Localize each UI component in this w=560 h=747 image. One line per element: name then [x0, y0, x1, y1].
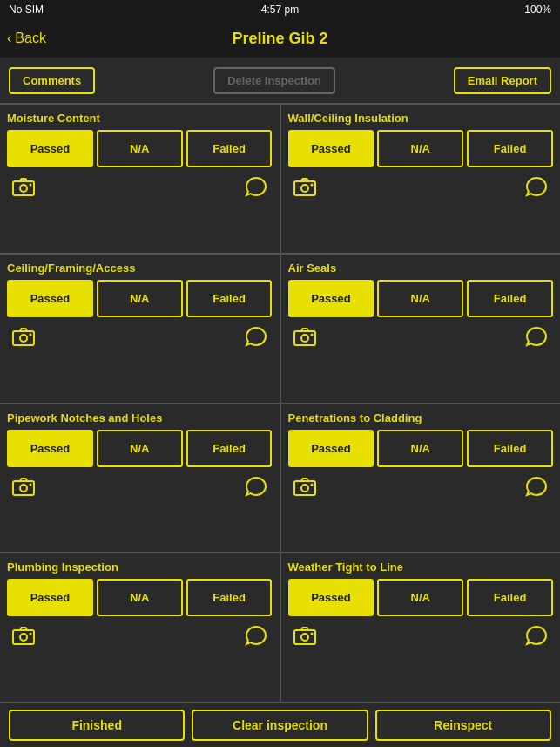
- cell-title-1: Wall/Ceiling Insulation: [288, 112, 554, 125]
- cell-title-4: Pipework Notches and Holes: [7, 411, 273, 424]
- icon-row-2: [7, 323, 273, 357]
- comment-btn-2[interactable]: [243, 324, 269, 353]
- cell-title-2: Ceiling/Framing/Access: [7, 261, 273, 275]
- comment-btn-4[interactable]: [243, 474, 269, 503]
- inspection-cell-3: Air Seals Passed N/A Failed: [281, 255, 561, 403]
- svg-rect-9: [294, 331, 315, 345]
- passed-btn-5[interactable]: Passed: [288, 430, 374, 467]
- svg-point-7: [20, 335, 27, 342]
- camera-btn-5[interactable]: [292, 475, 318, 502]
- carrier-label: No SIM: [9, 3, 44, 16]
- icon-row-3: [288, 323, 554, 357]
- na-btn-4[interactable]: N/A: [97, 430, 183, 467]
- svg-point-8: [30, 333, 32, 336]
- passed-btn-1[interactable]: Passed: [288, 130, 374, 167]
- status-bar: No SIM 4:57 pm 100%: [0, 0, 560, 19]
- email-report-button[interactable]: Email Report: [454, 67, 551, 94]
- comment-btn-5[interactable]: [523, 474, 550, 503]
- svg-rect-21: [294, 630, 315, 644]
- svg-rect-12: [13, 481, 34, 495]
- bottom-bar: Finished Clear inspection Reinspect: [0, 702, 560, 747]
- cell-title-6: Plumbing Inspection: [7, 560, 273, 574]
- reinspect-button[interactable]: Reinspect: [375, 710, 551, 741]
- passed-btn-2[interactable]: Passed: [7, 280, 93, 317]
- camera-btn-0[interactable]: [10, 175, 37, 202]
- icon-row-4: [7, 472, 273, 506]
- comment-btn-6[interactable]: [243, 623, 269, 652]
- icon-row-0: [7, 173, 273, 207]
- svg-point-16: [301, 485, 308, 492]
- comments-button[interactable]: Comments: [9, 67, 95, 94]
- failed-btn-1[interactable]: Failed: [467, 130, 553, 167]
- na-btn-0[interactable]: N/A: [97, 130, 183, 167]
- camera-btn-3[interactable]: [292, 325, 318, 352]
- camera-btn-2[interactable]: [10, 325, 37, 352]
- page-title: Preline Gib 2: [232, 30, 327, 48]
- failed-btn-4[interactable]: Failed: [186, 430, 273, 467]
- comment-btn-7[interactable]: [523, 623, 550, 652]
- na-btn-7[interactable]: N/A: [377, 579, 463, 616]
- camera-btn-4[interactable]: [10, 475, 37, 502]
- inspection-cell-7: Weather Tight to Line Passed N/A Failed: [281, 553, 561, 702]
- chevron-left-icon: ‹: [7, 31, 11, 46]
- svg-point-14: [30, 483, 32, 486]
- passed-btn-3[interactable]: Passed: [288, 280, 374, 317]
- failed-btn-5[interactable]: Failed: [467, 430, 553, 467]
- svg-rect-3: [294, 181, 315, 195]
- time-label: 4:57 pm: [261, 3, 299, 16]
- camera-btn-6[interactable]: [10, 624, 37, 651]
- status-btn-row-6: Passed N/A Failed: [7, 579, 273, 616]
- svg-rect-15: [294, 481, 315, 495]
- inspection-grid: Moisture Content Passed N/A Failed: [0, 103, 560, 702]
- passed-btn-0[interactable]: Passed: [7, 130, 93, 167]
- comment-btn-3[interactable]: [523, 324, 550, 353]
- na-btn-3[interactable]: N/A: [377, 280, 463, 317]
- svg-rect-6: [13, 331, 34, 345]
- finished-button[interactable]: Finished: [9, 710, 185, 741]
- na-btn-5[interactable]: N/A: [377, 430, 463, 467]
- na-btn-1[interactable]: N/A: [377, 130, 463, 167]
- main-content: Moisture Content Passed N/A Failed: [0, 103, 560, 702]
- failed-btn-0[interactable]: Failed: [186, 130, 273, 167]
- na-btn-2[interactable]: N/A: [97, 280, 183, 317]
- status-btn-row-3: Passed N/A Failed: [288, 280, 554, 317]
- status-btn-row-2: Passed N/A Failed: [7, 280, 273, 317]
- failed-btn-7[interactable]: Failed: [467, 579, 553, 616]
- back-button[interactable]: ‹ Back: [7, 31, 46, 46]
- cell-title-7: Weather Tight to Line: [288, 560, 554, 574]
- failed-btn-3[interactable]: Failed: [467, 280, 553, 317]
- passed-btn-6[interactable]: Passed: [7, 579, 93, 616]
- inspection-cell-6: Plumbing Inspection Passed N/A Failed: [0, 553, 280, 702]
- cell-title-5: Penetrations to Cladding: [288, 411, 554, 424]
- camera-btn-7[interactable]: [292, 624, 318, 651]
- inspection-cell-4: Pipework Notches and Holes Passed N/A Fa…: [0, 404, 280, 553]
- clear-inspection-button[interactable]: Clear inspection: [192, 710, 368, 741]
- na-btn-6[interactable]: N/A: [97, 579, 183, 616]
- svg-point-11: [310, 333, 313, 336]
- passed-btn-4[interactable]: Passed: [7, 430, 93, 467]
- passed-btn-7[interactable]: Passed: [288, 579, 374, 616]
- status-btn-row-1: Passed N/A Failed: [288, 130, 554, 167]
- inspection-cell-0: Moisture Content Passed N/A Failed: [0, 105, 280, 253]
- svg-point-2: [30, 184, 32, 187]
- icon-row-6: [7, 621, 273, 655]
- status-btn-row-7: Passed N/A Failed: [288, 579, 554, 616]
- inspection-cell-5: Penetrations to Cladding Passed N/A Fail…: [281, 404, 561, 553]
- cell-title-3: Air Seals: [288, 261, 554, 275]
- icon-row-5: [288, 472, 554, 506]
- camera-btn-1[interactable]: [292, 175, 318, 202]
- comment-btn-1[interactable]: [523, 174, 550, 203]
- status-btn-row-5: Passed N/A Failed: [288, 430, 554, 467]
- svg-point-5: [310, 184, 313, 187]
- svg-rect-18: [13, 630, 34, 644]
- icon-row-1: [288, 173, 554, 207]
- back-label: Back: [15, 31, 46, 46]
- svg-point-19: [20, 634, 27, 641]
- inspection-cell-2: Ceiling/Framing/Access Passed N/A Failed: [0, 255, 280, 403]
- comment-btn-0[interactable]: [243, 174, 269, 203]
- svg-point-1: [20, 185, 27, 192]
- delete-inspection-button[interactable]: Delete Inspection: [213, 67, 335, 94]
- failed-btn-6[interactable]: Failed: [186, 579, 273, 616]
- svg-point-20: [30, 633, 32, 635]
- failed-btn-2[interactable]: Failed: [186, 280, 273, 317]
